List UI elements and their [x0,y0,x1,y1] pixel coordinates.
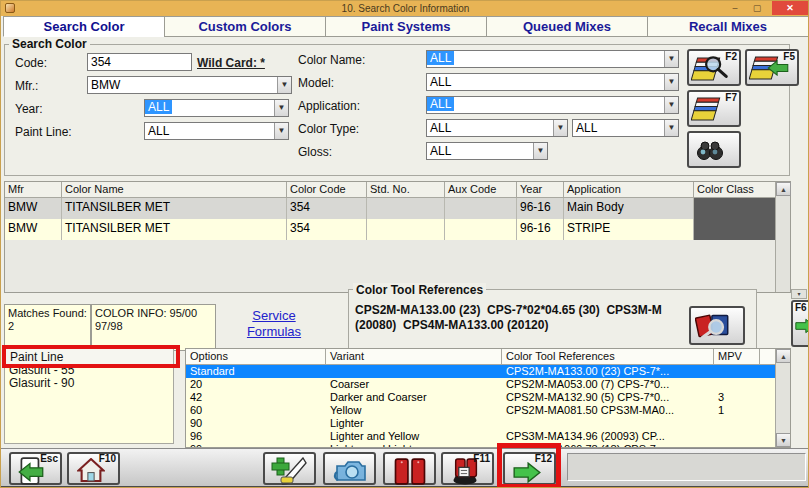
home-f10-button[interactable]: F10 [67,452,120,485]
f12-highlight-annotation [497,443,561,488]
color-card-f7-button[interactable]: F7 [687,90,741,127]
column-header[interactable]: Color Class [694,182,776,197]
browse-button[interactable] [687,131,741,168]
color-card-icon [691,95,729,123]
camera-icon [329,457,369,485]
close-icon[interactable]: ✕ [772,1,808,15]
minimize-icon[interactable]: – [724,1,746,15]
results-header-row: Mfr Color Name Color Code Std. No. Aux C… [5,182,790,198]
option-row[interactable]: 90 Lighter [186,417,790,430]
chevron-down-icon[interactable]: ▼ [664,97,678,113]
color-type-label: Color Type: [298,122,359,136]
color-class-swatch [694,219,776,240]
add-pen-icon [269,457,309,485]
tab-search-color[interactable]: Search Color [3,16,165,37]
chevron-down-icon[interactable]: ▼ [553,120,567,136]
tab-custom-colors[interactable]: Custom Colors [164,16,326,37]
view-color-tools-button[interactable] [689,306,745,345]
paint-line-combobox[interactable]: ALL▼ [144,122,289,140]
tab-recall-mixes[interactable]: Recall Mixes [647,16,809,37]
tab-queued-mixes[interactable]: Queued Mixes [486,16,648,37]
scroll-up-icon[interactable]: ▲ [776,349,791,363]
chevron-down-icon[interactable]: ▼ [664,51,678,67]
search-color-group-title: Search Color [9,37,90,51]
gloss-combobox[interactable]: ALL▼ [426,142,548,160]
wildcard-label: Wild Card: * [197,56,265,70]
chevron-down-icon[interactable]: ▼ [664,74,678,90]
results-table: Mfr Color Name Color Code Std. No. Aux C… [4,181,791,293]
results-scrollbar[interactable]: ▲ [775,182,790,292]
column-header[interactable]: Year [517,182,564,197]
bottom-toolbar: Esc F10 F11 F12 [1,448,809,486]
f6-button-partial[interactable]: F6 [791,300,809,347]
mfr-label: Mfr.: [15,79,38,93]
code-input[interactable]: 354 [87,53,192,71]
color-tool-references-title: Color Tool References [353,283,486,297]
list-item[interactable]: Glasurit - 90 [5,377,173,390]
color-tool-references-text: CPS2M-MA133.00 (23) CPS-7*02*04.65 (30) … [355,303,695,333]
paint-line-highlight-annotation [2,345,180,368]
chevron-down-icon[interactable]: ▼ [274,123,288,139]
chevron-down-icon[interactable]: ▼ [533,143,547,159]
options-scrollbar[interactable]: ▲ ▼ [775,349,790,447]
model-combobox[interactable]: ALL▼ [426,73,679,91]
column-header[interactable]: Mfr [5,182,62,197]
card-magnifier-icon [693,311,735,341]
tab-paint-systems[interactable]: Paint Systems [325,16,487,37]
matches-found-box: Matches Found: 2 [4,304,91,351]
column-header[interactable]: Variant [326,349,502,364]
search-color-information-window: 10. Search Color Information – ▢ ✕ Searc… [0,0,809,488]
window-title: 10. Search Color Information [1,3,809,14]
column-header[interactable]: Aux Code [445,182,517,197]
option-row[interactable]: 42 Darker and Coarser CPS2M-MA132.90 (5)… [186,391,790,404]
scroll-down-icon[interactable]: ▼ [776,433,791,447]
paint-line-label: Paint Line: [15,125,72,139]
mix-cards-button[interactable] [383,452,436,485]
chevron-down-icon[interactable]: ▼ [277,77,291,93]
code-label: Code: [15,56,47,70]
scroll-up-icon[interactable]: ▲ [776,182,791,196]
color-class-swatch [694,198,776,219]
color-info-box: COLOR INFO: 95/00 97/98 [91,304,216,351]
color-type-combobox-1[interactable]: ALL▼ [426,119,568,137]
color-name-combobox[interactable]: ALL▼ [426,50,679,68]
application-label: Application: [298,99,360,113]
column-header[interactable]: Color Tool References [502,349,714,364]
search-f2-button[interactable]: F2 [687,49,741,86]
print-cards-f11-button[interactable]: F11 [441,452,494,485]
column-header[interactable]: Options [186,349,326,364]
scrollbar-fragment[interactable]: ▾ [791,289,807,299]
chevron-down-icon[interactable]: ▼ [274,100,288,116]
service-formulas-link[interactable]: Service Formulas [229,308,319,340]
red-cards-icon [393,457,431,486]
add-edit-button[interactable] [263,452,316,485]
year-combobox[interactable]: ALL▼ [144,99,289,117]
application-combobox[interactable]: ALL▼ [426,96,679,114]
color-name-label: Color Name: [298,53,365,67]
color-card-search-icon [691,54,729,82]
title-bar: 10. Search Color Information – ▢ ✕ [1,1,809,16]
retrieve-f5-button[interactable]: F5 [745,49,799,86]
column-header[interactable]: MPV [714,349,760,364]
column-header[interactable]: Color Name [62,182,287,197]
arrow-right-icon [795,318,809,336]
options-header-row: Options Variant Color Tool References MP… [186,349,790,365]
option-row-selected[interactable]: Standard CPS2M-MA133.00 (23) CPS-7*... [186,365,790,378]
exit-esc-button[interactable]: Esc [9,452,62,485]
tab-bar: Search Color Custom Colors Paint Systems… [3,16,808,37]
table-row[interactable]: BMW TITANSILBER MET 354 96-16 Main Body [5,198,790,219]
column-header[interactable]: Application [564,182,694,197]
mfr-combobox[interactable]: BMW▼ [87,76,292,94]
option-row[interactable]: 96 Lighter and Yellow CPS3M-MA134.96 (20… [186,430,790,443]
column-header[interactable]: Std. No. [367,182,445,197]
status-panel [567,453,806,481]
column-header[interactable]: Color Code [287,182,367,197]
option-row[interactable]: 20 Coarser CPS2M-MA053.00 (7) CPS-7*0... [186,378,790,391]
camera-button[interactable] [323,452,376,485]
maximize-icon[interactable]: ▢ [746,1,768,15]
paint-line-list: Glasurit - 55 Glasurit - 90 [4,365,174,444]
table-row[interactable]: BMW TITANSILBER MET 354 96-16 STRIPE [5,219,790,240]
color-type-combobox-2[interactable]: ALL▼ [572,119,679,137]
option-row[interactable]: 60 Yellow CPS2M-MA081.50 CPS3M-MA0... 1 [186,404,790,417]
chevron-down-icon[interactable]: ▼ [664,120,678,136]
